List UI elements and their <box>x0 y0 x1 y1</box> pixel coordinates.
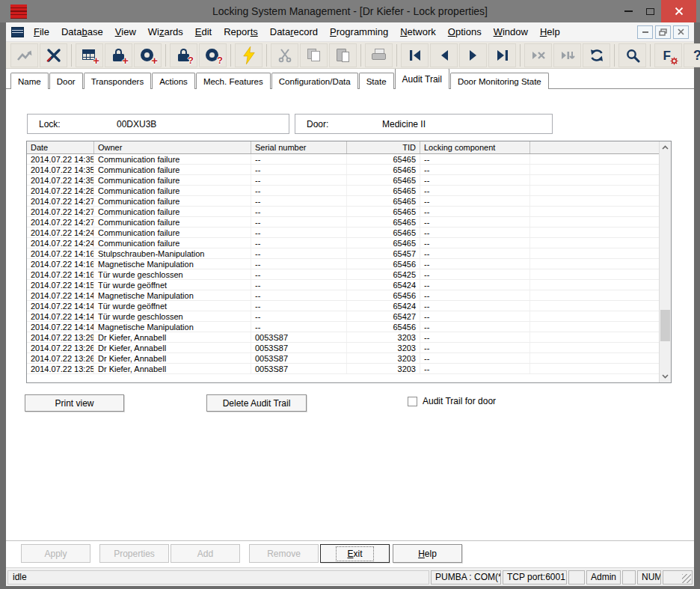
refresh-button[interactable] <box>583 43 610 67</box>
cell-empty <box>530 175 659 185</box>
maximize-button[interactable] <box>639 0 661 22</box>
last-record-button[interactable] <box>488 43 516 67</box>
menu-view[interactable]: View <box>109 22 142 41</box>
table-row[interactable]: 2014.07.22 14:28Communication failure--6… <box>27 186 659 196</box>
table-row[interactable]: 2014.07.22 14:16Magnetische Manipulation… <box>27 259 659 269</box>
menu-programming[interactable]: Programming <box>324 22 394 41</box>
cancel-record-button[interactable] <box>524 43 552 67</box>
tab-configuration-data[interactable]: Configuration/Data <box>271 73 358 89</box>
disconnect-button[interactable] <box>40 43 67 67</box>
table-row[interactable]: 2014.07.22 13:26Dr Kiefer, Annabell0053S… <box>27 353 659 364</box>
tab-door[interactable]: Door <box>49 73 83 89</box>
read-lock-button[interactable]: ? <box>170 43 197 67</box>
lock-properties-page: NameDoorTranspondersActionsMech. Feature… <box>6 69 694 567</box>
menu-edit[interactable]: Edit <box>189 22 218 41</box>
new-lock-button[interactable]: + <box>105 43 132 67</box>
menu-window[interactable]: Window <box>488 22 534 41</box>
col-header-owner[interactable]: Owner <box>94 141 251 153</box>
mdi-restore-button[interactable] <box>655 25 671 39</box>
menu-reports[interactable]: Reports <box>218 22 264 41</box>
scroll-up-button[interactable] <box>660 141 671 153</box>
tab-name[interactable]: Name <box>10 73 49 89</box>
vertical-scrollbar[interactable] <box>659 141 671 382</box>
cut-button[interactable] <box>271 43 298 67</box>
col-header-serial-number[interactable]: Serial number <box>251 141 347 153</box>
delete-audit-trail-button[interactable]: Delete Audit Trail <box>206 394 307 412</box>
tab-door-monitoring-state[interactable]: Door Monitoring State <box>450 73 549 89</box>
status-panels: PUMBA : COM(*)TCP port:6001AdminNUM <box>429 570 661 585</box>
scrollbar-thumb[interactable] <box>660 310 670 341</box>
read-transponder-button[interactable]: ? <box>199 43 227 67</box>
table-row[interactable]: 2014.07.22 14:35Communication failure--6… <box>27 165 659 175</box>
menu-help[interactable]: Help <box>534 22 566 41</box>
disconnect-icon <box>46 48 62 63</box>
table-row[interactable]: 2014.07.22 14:24Communication failure--6… <box>27 238 659 248</box>
tab-mech-features[interactable]: Mech. Features <box>196 73 271 89</box>
help-button[interactable]: ? <box>684 43 700 67</box>
table-row[interactable]: 2014.07.22 14:24Communication failure--6… <box>27 228 659 238</box>
table-row[interactable]: 2014.07.22 14:14Magnetische Manipulation… <box>27 322 659 332</box>
help-button[interactable]: Help <box>393 544 462 563</box>
tab-actions[interactable]: Actions <box>152 73 195 89</box>
first-record-button[interactable] <box>401 43 429 67</box>
read-transponder-icon: ? <box>205 48 221 63</box>
prev-record-button[interactable] <box>430 43 458 67</box>
new-locking-system-button[interactable]: + <box>76 43 103 67</box>
menu-database[interactable]: Database <box>55 22 109 41</box>
tab-audit-trail[interactable]: Audit Trail <box>395 69 449 89</box>
program-button[interactable] <box>235 43 262 67</box>
paste-button[interactable] <box>329 43 357 67</box>
resize-grip[interactable] <box>663 570 693 585</box>
table-row[interactable]: 2014.07.22 13:29Dr Kiefer, Annabell0053S… <box>27 332 659 343</box>
filter-button[interactable]: F <box>654 43 682 67</box>
col-header-date[interactable]: Date <box>27 141 94 153</box>
remove-button[interactable]: Remove <box>249 544 319 563</box>
next-record-button[interactable] <box>459 43 487 67</box>
exit-button[interactable]: Exit <box>320 544 390 563</box>
copy-button[interactable] <box>300 43 328 67</box>
minimize-button[interactable] <box>618 0 639 22</box>
audit-trail-for-door-checkbox[interactable] <box>408 397 417 406</box>
table-row[interactable]: 2014.07.22 14:27Communication failure--6… <box>27 207 659 217</box>
table-row[interactable]: 2014.07.22 14:35Communication failure--6… <box>27 154 659 165</box>
table-row[interactable]: 2014.07.22 14:14Tür wurde geöffnet--6542… <box>27 301 659 311</box>
mdi-restore-icon <box>659 28 667 36</box>
menu-network[interactable]: Network <box>394 22 442 41</box>
table-row[interactable]: 2014.07.22 14:16Tür wurde geschlossen--6… <box>27 269 659 280</box>
search-button[interactable] <box>618 43 646 67</box>
cell-serial-number: -- <box>251 154 347 164</box>
undo-jump-button[interactable] <box>10 43 38 67</box>
tab-state[interactable]: State <box>359 73 394 89</box>
close-button[interactable] <box>661 0 696 22</box>
menu-wizards[interactable]: Wizards <box>142 22 189 41</box>
col-header-locking-component[interactable]: Locking component <box>420 141 530 153</box>
goto-record-button[interactable] <box>553 43 581 67</box>
add-button[interactable]: Add <box>171 544 240 563</box>
new-transponder-button[interactable]: + <box>134 43 162 67</box>
table-row[interactable]: 2014.07.22 14:14Magnetische Manipulation… <box>27 290 659 301</box>
cell-empty <box>530 217 659 227</box>
cell-tid: 65424 <box>347 280 420 290</box>
scroll-down-button[interactable] <box>660 370 671 382</box>
apply-button[interactable]: Apply <box>21 544 90 563</box>
tab-transponders[interactable]: Transponders <box>84 73 152 89</box>
properties-button[interactable]: Properties <box>99 544 169 563</box>
table-row[interactable]: 2014.07.22 14:27Communication failure--6… <box>27 196 659 207</box>
menu-data-record[interactable]: Data record <box>264 22 324 41</box>
print-view-button[interactable]: Print view <box>25 394 124 412</box>
table-row[interactable]: 2014.07.22 14:35Communication failure--6… <box>27 175 659 186</box>
print-button[interactable] <box>365 43 393 67</box>
table-row[interactable]: 2014.07.22 14:15Tür wurde geöffnet--6542… <box>27 280 659 290</box>
menu-file[interactable]: File <box>28 22 55 41</box>
menu-options[interactable]: Options <box>442 22 488 41</box>
cell-serial-number: 0053S87 <box>251 332 347 342</box>
table-row[interactable]: 2014.07.22 13:26Dr Kiefer, Annabell0053S… <box>27 343 659 353</box>
table-row[interactable]: 2014.07.22 14:14Tür wurde geschlossen--6… <box>27 311 659 322</box>
table-row[interactable]: 2014.07.22 13:25Dr Kiefer, Annabell0053S… <box>27 364 659 374</box>
table-row[interactable]: 2014.07.22 14:27Communication failure--6… <box>27 217 659 228</box>
col-header-empty[interactable] <box>530 141 659 153</box>
mdi-close-button[interactable] <box>673 25 689 39</box>
col-header-tid[interactable]: TID <box>347 141 420 153</box>
table-row[interactable]: 2014.07.22 14:16Stulpschrauben-Manipulat… <box>27 248 659 259</box>
mdi-minimize-button[interactable] <box>637 25 653 39</box>
